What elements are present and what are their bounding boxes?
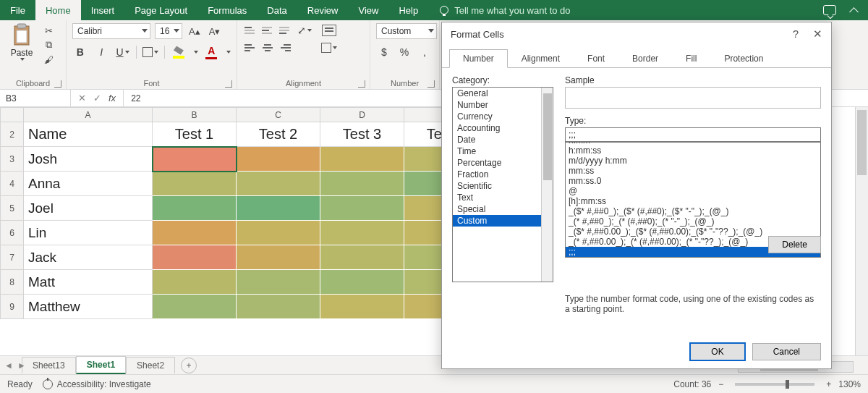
dlg-tab-number[interactable]: Number [449,49,508,68]
row-header[interactable]: 2 [1,122,24,147]
comments-icon[interactable] [823,5,836,15]
comma-format-button[interactable]: , [417,45,433,59]
category-listbox[interactable]: GeneralNumberCurrencyAccountingDateTimeP… [452,87,553,282]
category-item[interactable]: Currency [453,111,553,122]
cell[interactable] [320,295,404,319]
zoom-out-button[interactable]: − [718,379,723,389]
cell[interactable] [237,172,320,196]
listbox-scrollbar[interactable] [541,88,553,282]
type-item[interactable]: _($* #,##0.00_);_($* (#,##0.00);_($* "-"… [566,227,820,237]
row-header[interactable]: 4 [1,172,24,196]
font-name-combo[interactable]: Calibri [72,23,150,39]
help-button[interactable]: ? [793,28,799,41]
tab-data[interactable]: Data [257,0,297,20]
category-item[interactable]: Number [453,99,553,111]
type-item[interactable]: _(* #,##0_);_(* (#,##0);_(* "-"_);_(@_) [566,216,820,227]
cell[interactable]: Matt [24,270,153,295]
category-item[interactable]: Accounting [453,122,553,134]
type-item[interactable]: h:mm:ss [566,145,820,156]
wrap-text-button[interactable] [321,23,337,38]
type-item[interactable]: mm:ss [566,166,820,176]
cell[interactable]: Joel [24,196,153,221]
zoom-in-button[interactable]: + [826,379,831,389]
name-box[interactable]: B3 [0,90,71,106]
cell[interactable]: Name [24,122,153,147]
dlg-tab-border[interactable]: Border [618,49,672,68]
align-middle-button[interactable] [260,23,275,38]
category-item[interactable]: Time [453,145,553,157]
type-item[interactable]: m/d/yyyy h:mm [566,156,820,166]
collapse-ribbon-icon[interactable] [849,6,858,14]
copy-icon[interactable]: ⧉ [42,39,55,51]
row-header[interactable]: 9 [1,295,24,319]
enter-formula-icon[interactable]: ✓ [93,93,101,103]
fx-icon[interactable]: fx [109,93,116,103]
tab-insert[interactable]: Insert [81,0,125,20]
tab-page-layout[interactable]: Page Layout [124,0,197,20]
accessibility-status[interactable]: Accessibility: Investigate [43,379,151,389]
borders-button[interactable] [142,45,158,59]
close-icon[interactable]: ✕ [813,28,822,41]
cell[interactable] [153,245,237,270]
cell[interactable] [237,245,320,270]
font-size-combo[interactable]: 16 [155,23,182,39]
category-item[interactable]: Date [453,134,553,145]
col-header[interactable]: B [153,108,237,122]
dlg-tab-fill[interactable]: Fill [672,49,710,68]
new-sheet-button[interactable]: + [181,358,197,373]
cell[interactable] [153,270,237,295]
tab-formulas[interactable]: Formulas [197,0,257,20]
tab-file[interactable]: File [0,0,35,20]
select-all-corner[interactable] [1,108,24,122]
cell[interactable]: Test 1 [153,122,237,147]
align-top-button[interactable] [243,23,258,38]
type-item[interactable]: mm:ss.0 [566,176,820,186]
tell-me[interactable]: Tell me what you want to do [428,0,582,20]
tab-home[interactable]: Home [35,0,81,20]
dlg-tab-alignment[interactable]: Alignment [508,49,574,68]
cell[interactable] [237,147,320,172]
cell[interactable] [320,245,404,270]
type-item[interactable]: [h]:mm:ss [566,196,820,206]
align-bottom-button[interactable] [278,23,292,38]
tab-help[interactable]: Help [388,0,428,20]
cut-icon[interactable]: ✂ [42,25,55,36]
category-item[interactable]: Scientific [453,180,553,192]
cell[interactable] [320,196,404,221]
dialog-launcher-icon[interactable] [54,80,61,88]
cell[interactable]: Josh [24,147,153,172]
cancel-button[interactable]: Cancel [752,343,821,360]
align-left-button[interactable] [243,41,258,55]
font-color-button[interactable]: A [204,45,219,59]
row-header[interactable]: 8 [1,270,24,295]
cell[interactable] [153,172,237,196]
dialog-titlebar[interactable]: Format Cells ? ✕ [442,22,831,46]
tab-view[interactable]: View [348,0,388,20]
number-format-combo[interactable]: Custom [376,23,437,39]
ok-button[interactable]: OK [690,343,744,360]
next-sheet-icon[interactable]: ► [17,360,26,371]
type-input[interactable] [565,127,821,142]
italic-button[interactable]: I [93,45,109,59]
category-item[interactable]: Text [453,192,553,203]
dlg-tab-protection[interactable]: Protection [710,49,777,68]
orientation-button[interactable]: ⤢ [297,23,312,38]
dialog-launcher-icon[interactable] [225,80,232,88]
cell[interactable] [153,196,237,221]
cell[interactable] [237,295,320,319]
cell[interactable]: Lin [24,221,153,245]
tab-review[interactable]: Review [297,0,349,20]
category-item[interactable]: Custom [453,215,553,227]
align-right-button[interactable] [278,41,292,55]
type-item[interactable]: _($* #,##0_);_($* (#,##0);_($* "-"_);_(@… [566,206,820,216]
cell[interactable] [237,270,320,295]
fill-color-button[interactable] [171,45,186,59]
row-header[interactable]: 7 [1,245,24,270]
category-item[interactable]: Percentage [453,157,553,169]
col-header[interactable]: D [320,108,404,122]
cell[interactable]: Matthew [24,295,153,319]
cancel-formula-icon[interactable]: ✕ [78,93,86,103]
category-item[interactable]: General [453,88,553,99]
cell[interactable]: Jack [24,245,153,270]
underline-button[interactable]: U [115,45,130,59]
